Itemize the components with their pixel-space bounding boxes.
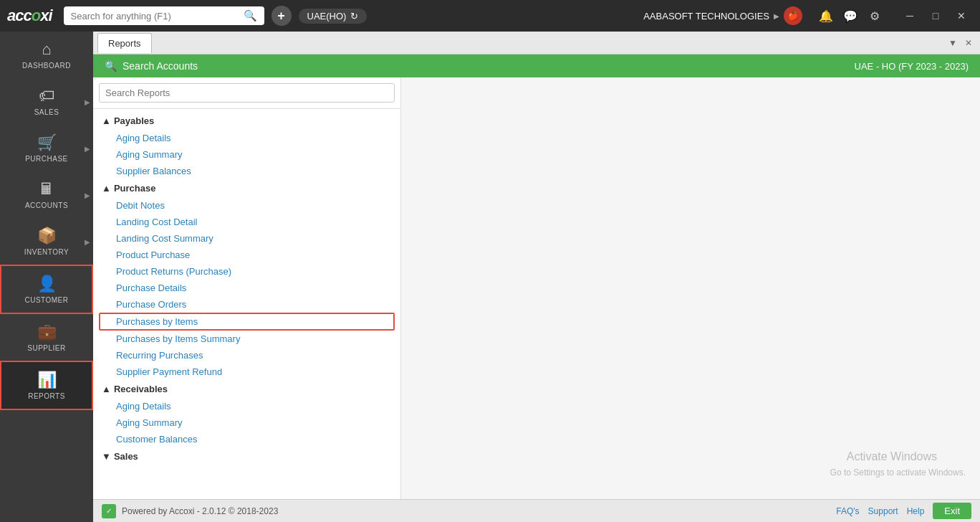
refresh-icon[interactable]: ↻ [350,11,358,22]
purchase-arrow-icon: ▶ [85,144,90,152]
payables-arrow-icon: ▲ [102,115,111,126]
tree-item-landing-cost-detail[interactable]: Landing Cost Detail [93,214,400,230]
tree-item-product-returns-purchase[interactable]: Product Returns (Purchase) [93,263,400,280]
customer-icon: 👤 [37,275,57,293]
search-accounts-icon: 🔍 [105,60,117,72]
dashboard-icon: ⌂ [42,40,51,59]
sidebar-item-supplier[interactable]: 💼 SUPPLIER [0,314,93,361]
sales-icon: 🏷 [39,87,54,105]
reports-panel: 🔍 Search Accounts UAE - HO (FY 2023 - 20… [93,54,980,499]
search-accounts-right: UAE - HO (FY 2023 - 2023) [855,61,969,72]
tree-item-customer-balances[interactable]: Customer Balances [93,431,400,447]
sidebar-item-accounts[interactable]: 🖩 ACCOUNTS ▶ [0,171,93,218]
search-accounts-left[interactable]: 🔍 Search Accounts [105,60,198,72]
topbar-icons: 🔔 💬 ⚙ [815,5,885,27]
company-name-text: AABASOFT TECHNOLOGIES [643,11,769,22]
tab-dropdown-button[interactable]: ▼ [946,36,960,50]
tree-item-recurring-purchases[interactable]: Recurring Purchases [93,347,400,364]
reports-icon: 📊 [37,371,57,389]
payables-items: Aging Details Aging Summary Supplier Bal… [93,130,400,179]
tree-item-product-purchase[interactable]: Product Purchase [93,247,400,263]
help-link[interactable]: Help [907,506,925,516]
reports-tree: ▲ Payables Aging Details Aging Summary [93,109,400,499]
tree-item-debit-notes[interactable]: Debit Notes [93,197,400,214]
receivables-items: Aging Details Aging Summary Customer Bal… [93,398,400,447]
minimize-button[interactable]: ─ [898,4,921,27]
support-link[interactable]: Support [868,506,898,516]
search-accounts-bar: 🔍 Search Accounts UAE - HO (FY 2023 - 20… [93,54,980,77]
global-search-box[interactable]: 🔍 [64,6,264,25]
search-accounts-label: Search Accounts [123,60,198,72]
tree-item-supplier-balances[interactable]: Supplier Balances [93,163,400,179]
sidebar: ⌂ DASHBOARD 🏷 SALES ▶ 🛒 PURCHASE ▶ 🖩 ACC… [0,32,93,522]
footer-right: FAQ's Support Help Exit [836,503,971,519]
search-input[interactable] [71,11,239,22]
company-pill[interactable]: UAE(HO) ↻ [299,9,368,24]
tab-reports[interactable]: Reports [97,33,152,53]
tree-item-landing-cost-summary[interactable]: Landing Cost Summary [93,230,400,247]
tree-item-purchases-by-items-summary[interactable]: Purchases by Items Summary [93,331,400,347]
reports-search-input[interactable] [99,83,395,103]
faq-link[interactable]: FAQ's [836,506,859,516]
tree-item-supplier-payment-refund[interactable]: Supplier Payment Refund [93,364,400,380]
accounts-icon: 🖩 [39,180,54,199]
sidebar-label-reports: REPORTS [28,392,65,400]
company-name-area: AABASOFT TECHNOLOGIES ▶ 🍎 [643,6,802,25]
settings-icon[interactable]: ⚙ [864,5,885,27]
tabbar: Reports ▼ ✕ [93,32,980,54]
supplier-icon: 💼 [37,323,57,341]
tree-item-aging-details-p[interactable]: Aging Details [93,130,400,146]
sidebar-item-sales[interactable]: 🏷 SALES ▶ [0,78,93,125]
purchase-section-arrow-icon: ▲ [102,183,111,194]
purchase-icon: 🛒 [37,133,57,152]
reports-list: ▲ Payables Aging Details Aging Summary [93,77,401,499]
tree-section-receivables[interactable]: ▲ Receivables [93,380,400,398]
arrow-icon: ▶ [774,12,779,20]
add-button[interactable]: + [272,6,292,26]
receivables-label: Receivables [114,384,168,394]
sidebar-label-accounts: ACCOUNTS [25,201,68,209]
tree-item-purchases-by-items[interactable]: Purchases by Items [99,313,395,331]
sidebar-item-inventory[interactable]: 📦 INVENTORY ▶ [0,218,93,265]
tree-item-purchase-details[interactable]: Purchase Details [93,280,400,296]
footer: ✓ Powered by Accoxi - 2.0.12 © 2018-2023… [93,499,980,522]
reports-body: ▲ Payables Aging Details Aging Summary [93,77,980,499]
logo: accoxi [7,6,52,25]
tab-controls: ▼ ✕ [946,36,976,50]
search-icon[interactable]: 🔍 [244,9,257,22]
notification-icon[interactable]: 🔔 [815,5,837,27]
sidebar-item-customer[interactable]: 👤 CUSTOMER [0,265,93,314]
maximize-button[interactable]: □ [924,4,947,27]
sidebar-item-purchase[interactable]: 🛒 PURCHASE ▶ [0,125,93,171]
sidebar-label-inventory: INVENTORY [24,248,69,256]
tree-item-aging-details-r[interactable]: Aging Details [93,398,400,414]
tree-item-aging-summary-p[interactable]: Aging Summary [93,146,400,163]
tree-section-payables[interactable]: ▲ Payables [93,112,400,130]
sales-arrow-icon: ▶ [85,98,90,105]
chat-icon[interactable]: 💬 [840,5,861,27]
sidebar-label-dashboard: DASHBOARD [22,62,71,70]
reports-search-area [93,77,400,109]
sidebar-label-customer: CUSTOMER [24,296,68,304]
topbar: accoxi 🔍 + UAE(HO) ↻ AABASOFT TECHNOLOGI… [0,0,980,32]
sidebar-label-sales: SALES [34,108,59,116]
sales-section-label: Sales [114,451,138,462]
tab-reports-label: Reports [108,38,141,49]
tree-item-aging-summary-r[interactable]: Aging Summary [93,414,400,431]
tree-section-purchase[interactable]: ▲ Purchase [93,179,400,197]
close-button[interactable]: ✕ [950,4,973,27]
tree-item-purchase-orders[interactable]: Purchase Orders [93,296,400,313]
receivables-arrow-icon: ▲ [102,384,111,394]
activate-watermark: Activate Windows [847,450,937,463]
sidebar-item-reports[interactable]: 📊 REPORTS [0,361,93,410]
sidebar-item-dashboard[interactable]: ⌂ DASHBOARD [0,32,93,78]
window-controls: ─ □ ✕ [898,4,973,27]
tree-section-sales[interactable]: ▼ Sales [93,447,400,465]
exit-button[interactable]: Exit [933,503,971,519]
activate-sub: Go to Settings to activate Windows. [830,468,966,478]
tab-close-button[interactable]: ✕ [961,36,976,50]
content-area: Reports ▼ ✕ 🔍 Search Accounts UAE - HO (… [93,32,980,522]
footer-powered-by: Powered by Accoxi - 2.0.12 © 2018-2023 [122,506,278,516]
sidebar-label-supplier: SUPPLIER [27,344,65,352]
avatar: 🍎 [784,6,802,25]
